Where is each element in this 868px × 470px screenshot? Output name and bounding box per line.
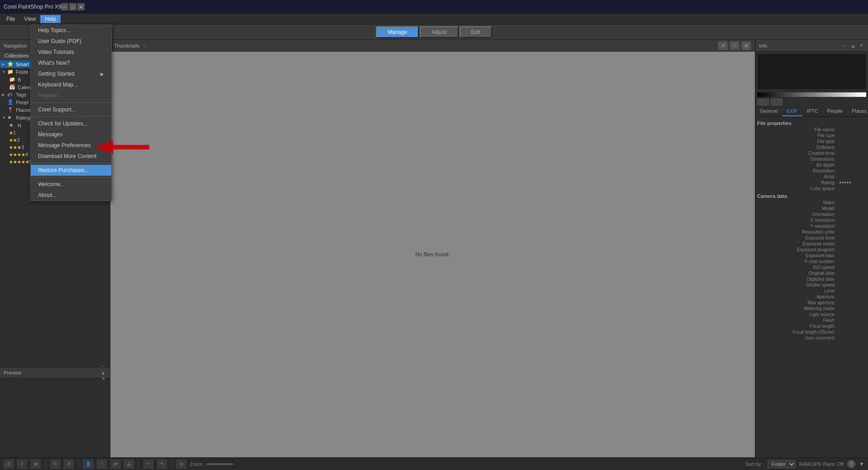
- info-content: File properties File name: File size: Fi…: [755, 117, 868, 457]
- info-title: Info: [759, 43, 767, 48]
- info-row-expmode: Exposure mode:: [757, 241, 866, 247]
- close-button[interactable]: ✕: [77, 3, 85, 10]
- info-row-resunits: Resolution units:: [757, 229, 866, 235]
- info-float-button[interactable]: ▲: [850, 43, 856, 49]
- main-layout: Navigation ─ ▲ ✕ Collections ▶ ⭐ Smart ▼…: [0, 40, 868, 457]
- tab-people[interactable]: People: [823, 106, 847, 116]
- sort-label: Sort by :: [745, 461, 764, 467]
- undo-button[interactable]: ↶: [143, 460, 153, 469]
- manage-tab[interactable]: Manage: [376, 26, 419, 38]
- star-2: ★★: [9, 138, 17, 143]
- breadcrumb-thumbnails[interactable]: Thumbnails: [114, 43, 140, 48]
- info-row-orientation: Orientation:: [757, 211, 866, 217]
- expand-arrow[interactable]: ▼: [859, 461, 864, 467]
- tab-general[interactable]: General: [755, 106, 782, 116]
- adjust-tab[interactable]: Adjust: [420, 26, 458, 38]
- preview-header: Preview ─ ▲ ✕: [0, 367, 110, 378]
- info-row-usercomment: User comment:: [757, 335, 866, 341]
- preview-pin-button[interactable]: ─: [100, 363, 106, 369]
- maximize-button[interactable]: □: [69, 3, 76, 10]
- tree-arrow-tags: ▶: [2, 92, 7, 97]
- message-prefs-item[interactable]: Message Preferences: [31, 140, 111, 151]
- tree-arrow-smart: ▶: [2, 62, 7, 67]
- info-row-flash: Flash:: [757, 317, 866, 323]
- info-row-iso: ISO speed:: [757, 264, 866, 270]
- upload-button[interactable]: ↑: [97, 460, 107, 469]
- rotate-left-button[interactable]: ↺: [718, 41, 728, 50]
- menu-help[interactable]: Help: [40, 15, 61, 23]
- menu-file[interactable]: File: [2, 15, 19, 23]
- corel-support-item[interactable]: Corel Support...: [31, 104, 111, 115]
- whats-new-item[interactable]: What's New?: [31, 58, 111, 68]
- content-area: No files found.: [110, 52, 755, 457]
- info-row-exptime: Exposure time:: [757, 235, 866, 241]
- preview-close-button[interactable]: ✕: [100, 376, 106, 382]
- info-row-digitdate: Digitized date:: [757, 276, 866, 282]
- folder-icon-folder: 📁: [7, 69, 14, 75]
- view-details-button[interactable]: ≡: [17, 460, 27, 469]
- histogram-slider: [757, 92, 866, 97]
- zoom-slider[interactable]: [206, 463, 233, 465]
- histogram-btn-2[interactable]: ⬛: [771, 99, 783, 106]
- app-title: Corel PaintShop Pro X9: [4, 4, 61, 10]
- status-sep-1: [45, 460, 46, 468]
- info-row-fstop: F-stop number:: [757, 259, 866, 264]
- tab-exif[interactable]: EXIF: [782, 106, 802, 116]
- info-row-yres: Y resolution:: [757, 223, 866, 229]
- minimize-button[interactable]: ─: [61, 3, 68, 10]
- edit-tab[interactable]: Edit: [460, 26, 493, 38]
- info-row-dimensions: Dimensions:: [757, 156, 866, 162]
- star-icon-n: ★: [9, 122, 16, 128]
- info-row-aperture: Aperture:: [757, 294, 866, 300]
- capture-button[interactable]: ⊙: [176, 460, 186, 469]
- info-close-button[interactable]: ✕: [858, 43, 864, 49]
- single-view-button[interactable]: □: [730, 41, 740, 50]
- histogram-btn-1[interactable]: ⬛: [757, 99, 769, 106]
- user-guide-item[interactable]: User Guide (PDF): [31, 36, 111, 47]
- sort-dropdown[interactable]: Folder: [768, 460, 796, 468]
- preview-float-button[interactable]: ▲: [100, 369, 106, 376]
- view-list-button[interactable]: ☰: [4, 460, 14, 469]
- messages-item[interactable]: Messages: [31, 129, 111, 140]
- help-separator-3: [31, 163, 111, 163]
- mode-tabs: Manage Adjust Edit: [376, 26, 492, 38]
- info-pin-button[interactable]: ─: [842, 43, 848, 49]
- view-thumb-button[interactable]: ⊞: [31, 460, 41, 469]
- star-1: ★: [9, 130, 13, 135]
- help-button[interactable]: ?: [847, 460, 855, 468]
- info-row-model: Model:: [757, 206, 866, 211]
- status-sep-4: [171, 460, 172, 468]
- people-button[interactable]: 👤: [83, 460, 93, 469]
- share-button[interactable]: ⇄: [110, 460, 120, 469]
- info-row-make: Make:: [757, 200, 866, 206]
- redo-button[interactable]: ↷: [157, 460, 167, 469]
- getting-started-item[interactable]: Getting Started ▶: [31, 68, 111, 79]
- info-row-bitdepth: Bit depth:: [757, 162, 866, 168]
- check-updates-item[interactable]: Check for Updates...: [31, 118, 111, 129]
- star-4: ★★★★: [9, 152, 25, 157]
- tab-iptc[interactable]: IPTC: [802, 106, 823, 116]
- window-controls: ─ □ ✕: [61, 3, 85, 10]
- welcome-item[interactable]: Welcome...: [31, 179, 111, 190]
- help-separator-1: [31, 102, 111, 103]
- info-row-focallen35: Focal length (35mm):: [757, 329, 866, 335]
- video-tutorials-item[interactable]: Video Tutorials: [31, 47, 111, 58]
- status-sep-2: [78, 460, 79, 468]
- help-topics-item[interactable]: Help Topics...: [31, 25, 111, 36]
- print-button[interactable]: 🖨: [124, 460, 134, 469]
- rotate-cw-button[interactable]: ↻: [50, 460, 60, 469]
- restore-purchases-item[interactable]: Restore Purchases...: [31, 165, 111, 176]
- about-item[interactable]: About...: [31, 190, 111, 201]
- info-row-expbias: Exposure bias:: [757, 253, 866, 259]
- keyboard-map-item[interactable]: Keyboard Map...: [31, 79, 111, 90]
- tab-places[interactable]: Places: [847, 106, 868, 116]
- menu-view[interactable]: View: [19, 15, 40, 23]
- rotate-ccw-button[interactable]: ↺: [64, 460, 74, 469]
- info-row-resolution: Resolution:: [757, 168, 866, 174]
- preview-title: Preview: [4, 370, 21, 375]
- grid-view-button[interactable]: ⊞: [741, 41, 751, 50]
- zoom-label: Zoom: [190, 461, 203, 467]
- status-sep-3: [138, 460, 139, 468]
- menu-bar: File View Help: [0, 14, 868, 24]
- download-content-item[interactable]: Download More Content: [31, 151, 111, 162]
